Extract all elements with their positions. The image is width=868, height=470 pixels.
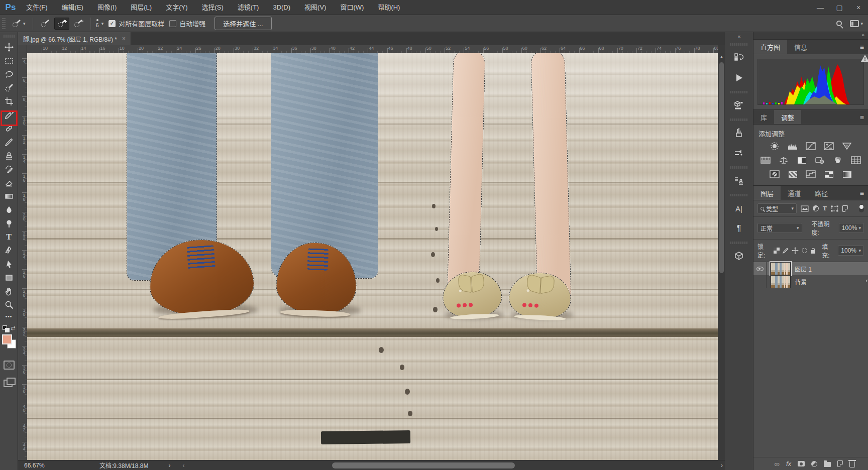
- threshold-icon[interactable]: [805, 170, 816, 179]
- pen-tool[interactable]: [2, 244, 17, 257]
- tab-libraries[interactable]: 库: [753, 110, 774, 124]
- layer-visibility-toggle[interactable]: [753, 262, 767, 275]
- fill-dropdown[interactable]: 100% ▾: [838, 246, 864, 256]
- tab-info[interactable]: 信息: [787, 40, 814, 54]
- scroll-right-icon[interactable]: ›: [721, 462, 723, 469]
- panel-menu-icon[interactable]: ≡: [860, 189, 864, 197]
- tool-preset-picker[interactable]: ▾: [10, 18, 28, 29]
- brush-tool[interactable]: [2, 135, 17, 149]
- menu-item[interactable]: 滤镜(T): [231, 0, 266, 15]
- history-panel-icon[interactable]: [728, 48, 750, 68]
- menu-item[interactable]: 选择(S): [194, 0, 230, 15]
- scroll-left-icon[interactable]: ‹: [182, 462, 184, 469]
- lock-artboard-icon[interactable]: [801, 247, 808, 254]
- black-white-icon[interactable]: [796, 156, 807, 165]
- menu-item[interactable]: 图层(L): [124, 0, 159, 15]
- paragraph-panel-icon[interactable]: ¶: [728, 218, 750, 239]
- zoom-level[interactable]: 66.67%: [24, 462, 69, 469]
- path-selection-tool[interactable]: [2, 257, 17, 271]
- character-panel-icon[interactable]: A|: [728, 198, 750, 218]
- lock-transparency-icon[interactable]: [774, 248, 780, 254]
- select-and-mask-button[interactable]: 选择并遮住 ...: [214, 17, 271, 30]
- foreground-color-swatch[interactable]: [2, 334, 12, 344]
- tab-paths[interactable]: 路径: [808, 186, 835, 200]
- scroll-up-icon[interactable]: ▲: [718, 53, 725, 58]
- opacity-dropdown[interactable]: 100% ▾: [839, 223, 864, 233]
- tab-layers[interactable]: 图层: [753, 186, 781, 200]
- search-icon[interactable]: [836, 21, 842, 26]
- history-brush-tool[interactable]: [2, 162, 17, 176]
- layer-row-background[interactable]: 背景: [753, 275, 868, 288]
- minimize-button[interactable]: —: [811, 1, 830, 15]
- posterize-icon[interactable]: [787, 170, 798, 179]
- new-layer-icon[interactable]: [837, 460, 843, 467]
- menu-item[interactable]: 帮助(H): [371, 0, 407, 15]
- status-options-icon[interactable]: ›: [168, 462, 170, 469]
- subtract-from-selection-button[interactable]: [71, 18, 85, 29]
- link-layers-icon[interactable]: ∞: [774, 459, 780, 468]
- filter-type-layers-icon[interactable]: T: [823, 205, 827, 212]
- collapse-panels-icon[interactable]: ‹‹: [725, 32, 753, 40]
- filter-smart-objects-icon[interactable]: [842, 205, 848, 212]
- layer-thumbnail[interactable]: [771, 262, 791, 275]
- properties-panel-icon[interactable]: [728, 95, 750, 115]
- ruler-vertical[interactable]: 468101214161820222426283032343638404244: [18, 53, 27, 460]
- swap-colors-icon[interactable]: ⇄: [11, 325, 15, 331]
- 3d-panel-icon[interactable]: [728, 246, 750, 266]
- layer-filter-type-dropdown[interactable]: 类型 ▾: [757, 203, 797, 213]
- lasso-tool[interactable]: [2, 67, 17, 81]
- menu-item[interactable]: 文字(Y): [159, 0, 194, 15]
- curves-icon[interactable]: [805, 142, 816, 151]
- new-adjustment-layer-icon[interactable]: [811, 461, 817, 467]
- quick-selection-tool[interactable]: [2, 81, 17, 94]
- tab-channels[interactable]: 通道: [781, 186, 808, 200]
- workspace-switcher-icon[interactable]: [850, 20, 859, 27]
- chevron-down-icon[interactable]: ▾: [101, 21, 104, 26]
- tab-adjustments[interactable]: 调整: [774, 110, 801, 124]
- channel-mixer-icon[interactable]: [832, 156, 843, 165]
- screen-mode-button[interactable]: [4, 378, 15, 386]
- selective-color-icon[interactable]: [841, 170, 852, 179]
- default-swap-colors[interactable]: ⇄: [2, 323, 17, 333]
- blur-tool[interactable]: [2, 203, 17, 216]
- gradient-tool[interactable]: [2, 189, 17, 203]
- eraser-tool[interactable]: [2, 176, 17, 189]
- brush-settings-panel-icon[interactable]: [728, 143, 750, 163]
- chevron-down-icon[interactable]: ▾: [860, 21, 863, 26]
- tab-close-icon[interactable]: ×: [122, 35, 126, 42]
- lock-pixels-icon[interactable]: [782, 247, 789, 254]
- layer-style-icon[interactable]: fx: [786, 460, 791, 467]
- photo-filter-icon[interactable]: [814, 156, 825, 165]
- document-tab[interactable]: 脚.jpg @ 66.7% (图层 1, RGB/8#) * ×: [18, 32, 131, 45]
- new-group-icon[interactable]: [824, 460, 831, 467]
- lock-position-icon[interactable]: [792, 247, 799, 254]
- layer-name[interactable]: 图层 1: [795, 265, 812, 273]
- menu-item[interactable]: 文件(F): [19, 0, 55, 15]
- horizontal-scroll-thumb[interactable]: [332, 462, 515, 468]
- vertical-scroll-thumb[interactable]: [719, 62, 724, 273]
- marquee-tool[interactable]: [2, 54, 17, 67]
- new-selection-button[interactable]: [38, 18, 52, 29]
- layer-name[interactable]: 背景: [795, 278, 807, 286]
- tab-histogram[interactable]: 直方图: [753, 40, 787, 54]
- hand-tool[interactable]: [2, 284, 17, 298]
- shape-tool[interactable]: [2, 271, 17, 284]
- filter-pixel-layers-icon[interactable]: [801, 205, 809, 212]
- tool-presets-panel-icon[interactable]: [728, 123, 750, 143]
- vibrance-icon[interactable]: [841, 142, 852, 151]
- dodge-tool[interactable]: [2, 216, 17, 230]
- menu-item[interactable]: 窗口(W): [333, 0, 371, 15]
- add-to-selection-button[interactable]: [54, 18, 69, 30]
- move-tool[interactable]: [2, 40, 17, 54]
- expand-panels-icon[interactable]: ››: [753, 32, 868, 40]
- invert-icon[interactable]: [769, 170, 780, 179]
- maximize-button[interactable]: ▢: [830, 1, 849, 15]
- crop-tool[interactable]: [2, 94, 17, 108]
- actions-panel-icon[interactable]: [728, 68, 750, 88]
- clone-stamp-tool[interactable]: [2, 149, 17, 162]
- edit-toolbar-icon[interactable]: •••: [2, 311, 17, 321]
- close-button[interactable]: ×: [849, 1, 868, 15]
- brightness-contrast-icon[interactable]: [769, 142, 780, 151]
- type-tool[interactable]: T: [2, 230, 17, 244]
- quick-mask-mode-button[interactable]: [4, 361, 15, 370]
